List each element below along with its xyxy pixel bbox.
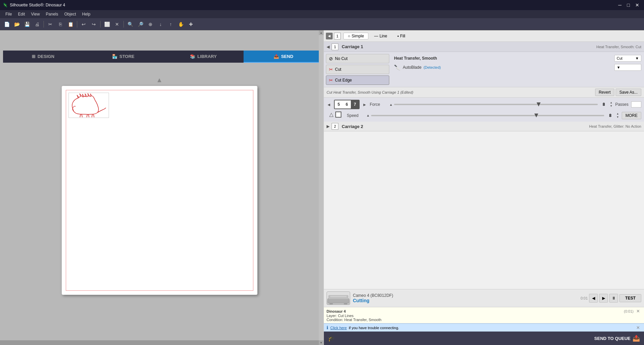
speed-label: Speed [347,113,364,118]
blade-dropdown[interactable]: ▼ [614,64,641,71]
toolbar-separator-3 [100,21,101,28]
save-as-button[interactable]: Save As... [616,89,641,96]
speed-setting: Speed ▲ 8 ▲ ▼ [347,112,619,119]
menu-bar: File Edit View Panels Object Help [0,10,644,18]
force-down-button[interactable]: ▼ [610,104,613,108]
tab-fill[interactable]: ▪ Fill [393,33,410,39]
cut-button[interactable]: ✂ [46,20,55,29]
more-button[interactable]: MORE [622,112,641,119]
passes-label: Passes [615,102,628,107]
open-button[interactable]: 📂 [12,20,22,29]
menu-object[interactable]: Object [62,11,79,17]
carriage1-section: ◀ 1 Carriage 1 Heat Transfer, Smooth: Cu… [324,42,644,122]
blade-num-7[interactable]: 7 [351,100,359,108]
add-button[interactable]: ✚ [186,20,196,29]
blade-num-5[interactable]: 5 [335,100,343,108]
scroll-up-button[interactable]: ▲ [319,30,324,35]
force-setting: Force ▲ 8 ▲ ▼ [370,101,613,108]
speed-down-button[interactable]: ▼ [616,116,619,119]
zoom-fit-button[interactable]: ⊕ [146,20,155,29]
carriage1-expand-button[interactable]: ◀ [327,44,330,49]
dropdown-chevron-icon: ▼ [635,56,639,60]
undo-button[interactable]: ↩ [79,20,88,29]
select-button[interactable]: ⬜ [102,20,112,29]
zoom-in-button[interactable]: 🔍 [125,20,135,29]
blade-num-6[interactable]: 6 [343,100,351,108]
test-button[interactable]: TEST [619,294,641,302]
revert-button[interactable]: Revert [595,89,614,96]
force-value: 8 [600,102,607,107]
close-info-button[interactable]: ✕ [635,325,641,330]
material-section: Heat Transfer, Smooth Cut ▼ 🔪 AutoBlade … [391,52,644,87]
tab-simple[interactable]: ○ Simple [343,33,368,39]
send-to-queue-button[interactable]: SEND TO QUEUE 📤 [594,335,640,342]
no-cut-icon: ⊘ [329,56,333,61]
canvas-scrollbar-vertical[interactable]: ▲ ▼ [319,30,324,345]
force-slider[interactable]: ▲ [389,103,598,106]
force-up-button[interactable]: ▲ [610,101,613,104]
erase-button[interactable]: ✕ [112,20,122,29]
menu-panels[interactable]: Panels [43,11,61,17]
device-next-button[interactable]: ▶ [599,294,608,303]
speed-slider[interactable]: ▲ [366,114,604,117]
copy-button[interactable]: ⎘ [56,20,65,29]
passes-input[interactable]: 1 [631,101,641,107]
material-action-dropdown[interactable]: Cut ▼ [614,55,641,62]
force-slider-bar[interactable] [394,104,598,105]
settings-area: ◀ 5 6 7 ▶ Force ▲ 8 [324,98,644,111]
cut-edge-option[interactable]: ✂ Cut Edge [326,75,389,85]
carriage-indicator: 1 [334,33,341,39]
minimize-button[interactable]: ─ [616,2,624,8]
cut-option[interactable]: ✂ Cut [326,65,389,74]
pan-button[interactable]: ✋ [176,20,186,29]
speed-slider-thumb[interactable] [534,114,538,118]
tab-line[interactable]: — Line [370,33,392,39]
close-button[interactable]: ✕ [633,2,641,8]
paste-button[interactable]: 📋 [66,20,75,29]
fill-icon: ▪ [397,34,399,38]
device-pause-button[interactable]: ⏸ [609,294,618,303]
new-button[interactable]: 📄 [2,20,11,29]
menu-edit[interactable]: Edit [15,11,28,17]
title-bar-controls: ─ □ ✕ [616,2,641,8]
carriage1-body: ⊘ No Cut ✂ Cut ✂ Cut Edge [324,52,644,87]
carriage2-expand-button[interactable]: ▶ [327,124,330,129]
canvas-up-arrow[interactable]: ▲ [156,76,163,84]
speed-up-button[interactable]: ▲ [616,112,619,116]
close-status-button[interactable]: ✕ [635,309,641,314]
blade-triangle-icon: △ [329,111,333,118]
carriage2-header[interactable]: ▶ 2 Carriage 2 Heat Transfer, Glitter: N… [324,122,644,131]
move-up-button[interactable]: ↑ [166,20,175,29]
blade-row: 🔪 AutoBlade (Detected) ▼ [394,64,641,71]
force-slider-thumb[interactable] [537,102,541,106]
cut-icon: ✂ [329,67,333,72]
status-bar: Dinosaur 4 (0:01) ✕ Layer: Cut Lines Con… [324,307,644,323]
canvas-scrollbar-horizontal[interactable] [0,340,319,345]
carriage2-title: Carriage 2 [342,124,363,129]
redo-button[interactable]: ↪ [89,20,99,29]
blade-next-button[interactable]: ▶ [362,103,367,106]
speed-slider-bar[interactable] [371,115,604,116]
send-queue-label: SEND TO QUEUE [594,336,631,341]
canvas-inner: ▲ [0,30,319,340]
menu-file[interactable]: File [3,11,15,17]
menu-view[interactable]: View [28,11,43,17]
no-cut-option[interactable]: ⊘ No Cut [326,54,389,63]
scroll-down-button[interactable]: ▼ [319,340,324,345]
cap-icon-button[interactable]: 🎓 [328,335,335,342]
info-link[interactable]: Click here [330,326,347,330]
print-button[interactable]: 🖨 [32,20,42,29]
move-down-button[interactable]: ↓ [156,20,165,29]
scroll-track-v[interactable] [319,35,324,340]
maximize-button[interactable]: □ [625,2,632,8]
panel-spacer [324,131,644,289]
device-prev-button[interactable]: ◀ [589,294,598,303]
dino-container [68,93,109,118]
save-button[interactable]: 💾 [22,20,32,29]
action-bar: Cut Heat Transfer, Smooth Using Carriage… [324,87,644,98]
menu-help[interactable]: Help [79,11,93,17]
page-border [66,90,253,291]
panel-back-button[interactable]: ◀ [326,33,333,39]
zoom-out-button[interactable]: 🔎 [136,20,145,29]
blade-prev-button[interactable]: ◀ [327,103,331,106]
